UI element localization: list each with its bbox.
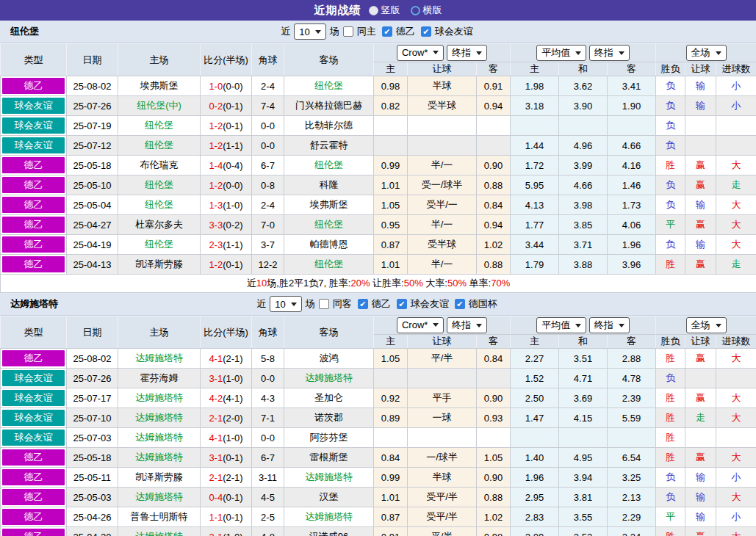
- score-cell[interactable]: 2-1(2-0): [201, 408, 252, 428]
- home-team-cell[interactable]: 霍芬海姆: [118, 369, 201, 388]
- halftime-score: (0-1): [223, 452, 242, 463]
- away-team-cell[interactable]: 汉堡: [284, 488, 374, 507]
- final-odds-select[interactable]: 终指: [447, 45, 487, 61]
- odds-source-select[interactable]: Crow*: [397, 45, 444, 61]
- home-team-cell[interactable]: 纽伦堡: [118, 235, 201, 255]
- home-team-cell[interactable]: 达姆施塔特: [118, 388, 201, 408]
- score-cell[interactable]: 1-2(0-1): [201, 255, 252, 275]
- away-team-cell[interactable]: 诺茨郡: [284, 408, 374, 428]
- away-team-cell[interactable]: 达姆施塔特: [284, 507, 374, 527]
- home-team-cell[interactable]: 纽伦堡: [118, 116, 201, 136]
- away-team-cell[interactable]: 纽伦堡: [284, 76, 374, 96]
- score-cell[interactable]: 1-4(0-4): [201, 156, 252, 175]
- layout-radio-horizontal[interactable]: 横版: [411, 4, 442, 17]
- away-team-cell[interactable]: 雷根斯堡: [284, 448, 374, 468]
- score-cell[interactable]: 1-1(0-1): [201, 507, 252, 527]
- layout-radio-vertical[interactable]: 竖版: [369, 4, 400, 17]
- match-count-select[interactable]: 10: [294, 23, 325, 40]
- away-team-cell[interactable]: 科隆: [284, 175, 374, 195]
- fulltime-select-value: 全场: [691, 46, 710, 59]
- filter-checkbox-0[interactable]: [343, 26, 353, 37]
- filter-checkbox-3[interactable]: ✔: [455, 299, 465, 309]
- summary-cell: 近10场,胜2平1负7, 胜率:20% 让胜率:50% 大率:50% 单率:70…: [1, 275, 756, 293]
- score-cell[interactable]: 4-1(2-1): [201, 349, 252, 369]
- away-team-cell[interactable]: 纽伦堡: [284, 156, 374, 175]
- home-team-cell[interactable]: 纽伦堡: [118, 136, 201, 156]
- home-team-cell[interactable]: 布伦瑞克: [118, 156, 201, 175]
- filter-checkbox-2[interactable]: ✔: [397, 299, 407, 309]
- score-cell[interactable]: 3-1(0-1): [201, 448, 252, 468]
- away-team-cell[interactable]: 达姆施塔特: [284, 369, 374, 388]
- away-team-cell[interactable]: 汉诺威96: [284, 527, 374, 536]
- score-cell[interactable]: 4-2(4-1): [201, 388, 252, 408]
- result-handicap-cell: 赢: [685, 255, 716, 275]
- table-row: 德乙25-08-02埃弗斯堡1-0(0-0)2-4纽伦堡0.98半球0.911.…: [1, 76, 756, 96]
- fulltime-select[interactable]: 全场: [686, 45, 727, 61]
- final-odds-select[interactable]: 终指: [447, 317, 487, 333]
- fulltime-score: 1-4: [209, 160, 223, 171]
- away-team-cell[interactable]: 圣加仑: [284, 388, 374, 408]
- away-team-cell[interactable]: 纽伦堡: [284, 255, 374, 275]
- score-cell[interactable]: 1-2(0-0): [201, 175, 252, 195]
- away-team-cell[interactable]: 门兴格拉德巴赫: [284, 96, 374, 116]
- filter-checkbox-1[interactable]: ✔: [382, 26, 392, 37]
- score-cell[interactable]: 1-3(1-0): [201, 195, 252, 215]
- odds-source-select[interactable]: Crow*: [397, 317, 444, 333]
- filter-checkbox-0[interactable]: [319, 299, 329, 309]
- away-team-cell[interactable]: 阿莎芬堡: [284, 428, 374, 448]
- home-team-cell[interactable]: 凯泽斯劳滕: [118, 255, 201, 275]
- home-team-cell[interactable]: 达姆施塔特: [118, 488, 201, 507]
- score-cell[interactable]: 3-3(0-2): [201, 215, 252, 235]
- score-cell[interactable]: 3-1(1-0): [201, 527, 252, 536]
- fulltime-select[interactable]: 全场: [686, 317, 727, 333]
- result-wdl-cell: 胜: [656, 428, 685, 448]
- away-team-cell[interactable]: 达姆施塔特: [284, 468, 374, 488]
- home-team-cell[interactable]: 达姆施塔特: [118, 527, 201, 536]
- score-cell[interactable]: 1-2(1-1): [201, 136, 252, 156]
- avg-final-select[interactable]: 终指: [589, 45, 630, 61]
- score-cell[interactable]: 1-2(0-1): [201, 116, 252, 136]
- filter-checkbox-2[interactable]: ✔: [421, 26, 431, 37]
- match-count-select-value: 10: [299, 26, 309, 37]
- corner-cell: 4-3: [252, 388, 284, 408]
- avg-draw-cell: 3.85: [559, 215, 608, 235]
- league-type-cell: 球会友谊: [1, 96, 67, 116]
- home-team-cell[interactable]: 达姆施塔特: [118, 408, 201, 428]
- away-team-cell[interactable]: 比勒菲尔德: [284, 116, 374, 136]
- score-cell[interactable]: 1-0(0-0): [201, 76, 252, 96]
- home-team-cell[interactable]: 纽伦堡: [118, 175, 201, 195]
- result-handicap-cell: [685, 136, 716, 156]
- filter-checkbox-1[interactable]: ✔: [358, 299, 368, 309]
- home-team-cell[interactable]: 达姆施塔特: [118, 349, 201, 369]
- away-team-cell[interactable]: 波鸿: [284, 349, 374, 369]
- score-cell[interactable]: 2-1(2-1): [201, 468, 252, 488]
- score-cell[interactable]: 2-3(1-1): [201, 235, 252, 255]
- date-cell: 25-05-04: [67, 195, 118, 215]
- avg-final-select[interactable]: 终指: [589, 317, 630, 333]
- home-team-cell[interactable]: 纽伦堡(中): [118, 96, 201, 116]
- score-cell[interactable]: 3-1(1-0): [201, 369, 252, 388]
- league-type-cell: 德乙: [1, 468, 67, 488]
- match-count-select[interactable]: 10: [270, 296, 301, 312]
- radio-unchecked-icon[interactable]: [411, 6, 420, 15]
- average-select[interactable]: 平均值: [536, 317, 586, 333]
- home-team-cell[interactable]: 达姆施塔特: [118, 428, 201, 448]
- layout-radio-vertical-label: 竖版: [381, 4, 400, 17]
- handicap-cell: 受半球: [408, 235, 477, 255]
- home-team-cell[interactable]: 普鲁士明斯特: [118, 507, 201, 527]
- score-cell[interactable]: 0-4(0-1): [201, 488, 252, 507]
- away-team-cell[interactable]: 舒云霍特: [284, 136, 374, 156]
- score-cell[interactable]: 4-1(1-0): [201, 428, 252, 448]
- home-team-cell[interactable]: 埃弗斯堡: [118, 76, 201, 96]
- average-select[interactable]: 平均值: [536, 45, 586, 61]
- score-cell[interactable]: 0-2(0-1): [201, 96, 252, 116]
- home-team-cell[interactable]: 纽伦堡: [118, 195, 201, 215]
- home-team-cell[interactable]: 杜塞尔多夫: [118, 215, 201, 235]
- away-team-cell[interactable]: 埃弗斯堡: [284, 195, 374, 215]
- away-team-cell[interactable]: 帕德博恩: [284, 235, 374, 255]
- away-team-cell[interactable]: 纽伦堡: [284, 215, 374, 235]
- home-team-cell[interactable]: 凯泽斯劳滕: [118, 468, 201, 488]
- radio-checked-icon[interactable]: [369, 6, 378, 15]
- odds-away-cell: 1.02: [477, 507, 511, 527]
- home-team-cell[interactable]: 达姆施塔特: [118, 448, 201, 468]
